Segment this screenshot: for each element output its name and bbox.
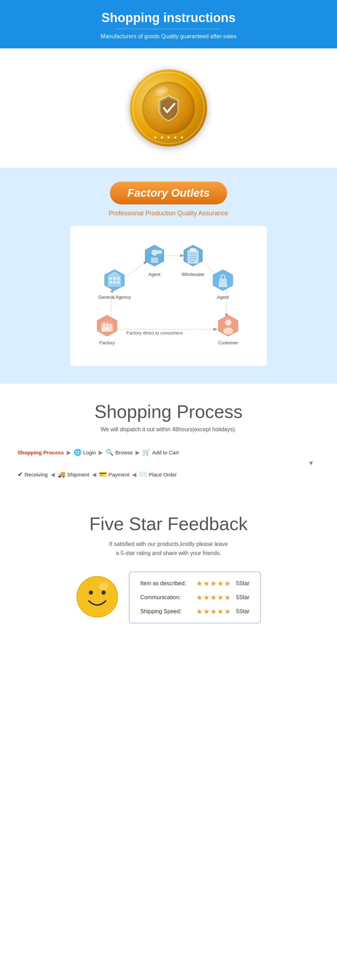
rating-label-communication: Communication:: [140, 594, 193, 601]
rating-label-described: Item as described:: [140, 580, 193, 587]
page-title: Shopping instructions: [7, 11, 330, 25]
factory-outlets-label: Factory Outlets: [110, 181, 227, 204]
star-s1: ★: [196, 607, 203, 616]
step-shipment: 🚚 Shipment: [57, 471, 89, 478]
star-count-described: 5Star: [236, 580, 249, 587]
rating-row-shipping: Shipping Speed: ★ ★ ★ ★ ★ 5Star: [140, 607, 249, 616]
star-count-communication: 5Star: [236, 594, 249, 601]
star-count-shipping: 5Star: [236, 608, 249, 615]
arrow-2: ▶: [99, 449, 103, 456]
svg-rect-31: [157, 250, 162, 254]
arrow-3: ▶: [136, 449, 140, 456]
general-agency-node: General Agency: [98, 268, 131, 300]
svg-rect-11: [110, 323, 112, 332]
cart-icon: 🛒: [142, 449, 150, 456]
browse-label: Browse: [115, 450, 133, 455]
star-5: ★: [224, 579, 231, 588]
arrow-down-icon: ▼: [308, 460, 314, 467]
process-flow-row1: Shopping Process ▶ 🌐 Login ▶ 🔍 Browse ▶ …: [11, 445, 326, 460]
star-c2: ★: [203, 593, 209, 602]
arrow-1: ▶: [67, 449, 71, 456]
wholesaler-node: Wholesaler: [179, 242, 207, 277]
svg-point-16: [225, 320, 232, 326]
factory-diagram: Factory Customer: [70, 226, 267, 366]
factory-node: Factory: [95, 313, 119, 345]
arrow-left-2: ◀: [92, 471, 96, 478]
globe-icon: 🌐: [74, 449, 81, 456]
agent-label: Agent: [149, 272, 160, 277]
agent-node: Agent: [141, 242, 168, 277]
svg-rect-30: [151, 257, 158, 263]
five-star-title: Five Star Feedback: [11, 513, 326, 535]
stars-described: ★ ★ ★ ★ ★: [196, 579, 231, 588]
star-c1: ★: [196, 593, 203, 602]
supermarket-hex: [211, 268, 235, 293]
arrow-left-1: ◀: [51, 471, 55, 478]
search-icon: 🔍: [105, 449, 113, 456]
step-add-to-cart: 🛒 Add to Cart: [142, 449, 179, 456]
payment-label: Payment: [109, 472, 129, 477]
step-receiving: ✔ Receiving: [18, 471, 48, 478]
svg-rect-25: [117, 281, 120, 284]
envelope-icon: ✉️: [139, 471, 147, 478]
star-c5: ★: [224, 593, 231, 602]
supermarket-label: Agent: [217, 294, 229, 300]
check-icon: ✔: [18, 471, 23, 478]
star-s3: ★: [210, 607, 217, 616]
shield-icon: [155, 92, 182, 124]
rating-row-described: Item as described: ★ ★ ★ ★ ★ 5Star: [140, 579, 249, 588]
header-section: Shopping instructions Manufacturers of g…: [0, 0, 337, 48]
star-c3: ★: [210, 593, 217, 602]
receiving-label: Receiving: [25, 472, 48, 477]
factory-tagline: Professional Production Quality Assuranc…: [11, 210, 326, 217]
five-star-section: Five Star Feedback If satisfied with our…: [0, 496, 337, 641]
general-agency-label: General Agency: [98, 294, 131, 300]
shopping-process-title: Shopping Process: [11, 401, 326, 422]
wholesaler-label: Wholesaler: [182, 272, 204, 277]
place-order-label: Place Order: [149, 472, 177, 477]
svg-rect-12: [102, 328, 104, 332]
customer-label: Customer: [218, 340, 238, 345]
agent-hex: [141, 242, 168, 270]
shopping-process-subtitle: We will dispatch it out within 48hours(e…: [11, 426, 326, 433]
header-subtitle: Manufacturers of goods Quality guarantee…: [7, 33, 330, 40]
svg-rect-24: [113, 281, 116, 284]
smiley-face: [76, 576, 118, 619]
diagram-container: Factory Customer: [81, 236, 256, 356]
svg-rect-23: [109, 281, 112, 284]
star-s2: ★: [203, 607, 209, 616]
badge-stars: ★★★★★: [130, 135, 207, 140]
stars-shipping: ★ ★ ★ ★ ★: [196, 607, 231, 616]
down-arrow: ▼: [11, 460, 326, 467]
star-1: ★: [196, 579, 203, 588]
factory-section: Factory Outlets Professional Production …: [0, 168, 337, 383]
quality-badge: ★★★★★: [130, 69, 207, 146]
svg-point-40: [77, 576, 118, 617]
svg-rect-14: [107, 328, 109, 332]
step-login: 🌐 Login: [74, 449, 96, 456]
step-place-order: ✉️ Place Order: [139, 471, 177, 478]
rating-label-shipping: Shipping Speed:: [140, 608, 193, 615]
svg-point-17: [223, 328, 233, 334]
rating-row-communication: Communication: ★ ★ ★ ★ ★ 5Star: [140, 593, 249, 602]
shopping-process-section: Shopping Process We will dispatch it out…: [0, 383, 337, 496]
factory-hex: [95, 313, 119, 338]
process-flow-row2: ✔ Receiving ◀ 🚚 Shipment ◀ 💳 Payment ◀ ✉…: [11, 467, 326, 482]
svg-rect-35: [190, 248, 196, 251]
five-star-subtitle: If satisfied with our products,knidly pl…: [11, 539, 326, 557]
customer-hex: [216, 313, 240, 338]
svg-rect-21: [113, 277, 116, 280]
svg-point-42: [101, 590, 105, 595]
svg-rect-34: [187, 250, 199, 264]
svg-rect-22: [117, 277, 120, 280]
arrow-left-3: ◀: [132, 471, 136, 478]
svg-rect-20: [109, 277, 112, 280]
step-browse: 🔍 Browse: [105, 449, 133, 456]
factory-label: Factory: [99, 340, 115, 345]
login-label: Login: [83, 450, 96, 455]
center-diagram-label: Factory direct to consumers: [126, 330, 182, 336]
wholesaler-hex: [179, 242, 207, 270]
general-agency-hex: [102, 268, 127, 293]
add-to-cart-label: Add to Cart: [152, 450, 179, 455]
supermarket-node: Agent: [211, 268, 235, 300]
